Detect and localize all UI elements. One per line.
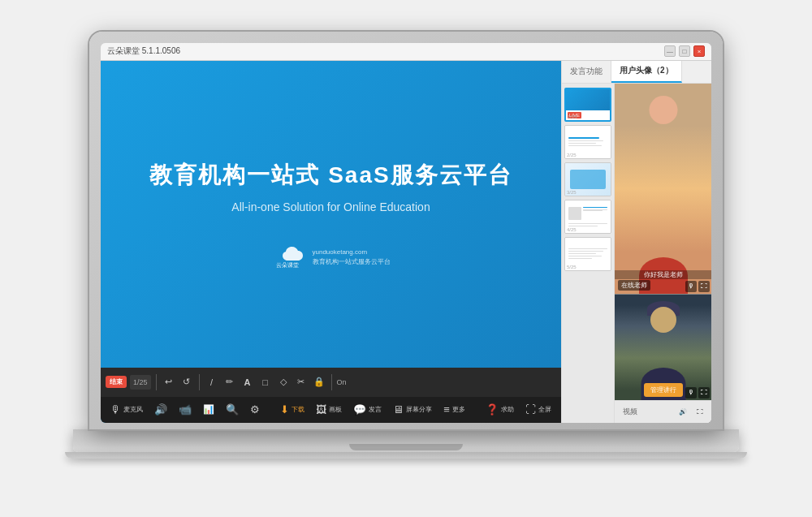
thumb-1-bg (566, 89, 610, 111)
vid-2-expand-btn[interactable]: ⛶ (698, 387, 710, 399)
laptop-notch (349, 444, 463, 450)
maximize-button[interactable]: □ (679, 45, 690, 57)
vid-1-mic-btn[interactable]: 🎙 (685, 281, 697, 292)
title-bar: 云朵课堂 5.1.1.0506 — □ × (101, 43, 711, 61)
redo-icon[interactable]: ↺ (179, 375, 194, 390)
slide-canvas: 教育机构一站式 SaaS服务云平台 All-in-one Solution fo… (101, 61, 561, 368)
vid-2-mic-btn[interactable]: 🎙 (685, 387, 697, 399)
chat-label: 发言 (369, 405, 382, 414)
thumb-line-gray-3 (568, 145, 602, 146)
slide-logo-area: 云朵课堂 yunduoketang.com 教育机构一站式服务云平台 (272, 246, 391, 269)
panel-body: LIVE 1/25 (562, 84, 711, 423)
zoom-control[interactable]: 🔍 (222, 402, 242, 417)
slide-main-title: 教育机构一站式 SaaS服务云平台 (149, 160, 512, 191)
thumb-3-img (570, 170, 607, 189)
bottom-controls-bar: 🎙 麦克风 🔊 📹 📊 (101, 397, 561, 423)
text-icon[interactable]: A (240, 375, 255, 390)
thumb-5-label: 5/25 (567, 265, 577, 269)
download-control[interactable]: ⬇ 下载 (277, 402, 308, 417)
right-panel: 发言功能 用户头像（2） LIVE 1/25 (561, 61, 711, 423)
video-panel: 在线老师 你好我是老师 🎙 ⛶ (615, 84, 711, 423)
person-1-video (615, 84, 711, 294)
video-2-controls: 🎙 ⛶ (685, 387, 710, 399)
thumb-5-line5 (568, 258, 592, 259)
minimize-button[interactable]: — (664, 45, 676, 57)
panel-btn-left[interactable]: 视频 (620, 405, 641, 419)
person-1-name: 在线老师 (618, 280, 650, 291)
whiteboard-control[interactable]: 🖼 画板 (313, 402, 345, 417)
panel-bottom-icons: 🔊 ⛶ (676, 407, 706, 417)
share-control[interactable]: 🖥 屏幕分享 (390, 402, 435, 417)
manage-button[interactable]: 管理讲行 (644, 383, 683, 397)
thumb-4-line3 (583, 210, 603, 211)
thumb-4-label: 4/25 (567, 227, 577, 232)
main-content: 教育机构一站式 SaaS服务云平台 All-in-one Solution fo… (101, 61, 711, 423)
lock-icon[interactable]: 🔒 (312, 375, 326, 390)
logo-tagline: 教育机构一站式服务云平台 (313, 257, 391, 266)
title-bar-controls: — □ × (664, 45, 705, 57)
thumb-5-line3 (568, 253, 596, 254)
help-control[interactable]: ❓ 求助 (482, 402, 517, 417)
settings-icon: ⚙ (250, 403, 260, 416)
mic-icon: 🎙 (110, 403, 121, 416)
svg-text:云朵课堂: 云朵课堂 (276, 262, 299, 268)
cloud-logo-icon: 云朵课堂 (272, 246, 304, 269)
thumb-1-label: 1/25 (568, 114, 577, 119)
slide-thumb-5[interactable]: 5/25 (564, 237, 611, 271)
laptop-container: 云朵课堂 5.1.1.0506 — □ × 教育机构一站式 SaaS服务云平台 (73, 32, 739, 486)
logo-site: yunduoketang.com (313, 248, 391, 256)
thumb-line (568, 137, 599, 139)
thumb-4-line5 (568, 226, 598, 226)
slide-thumb-3[interactable]: 3/25 (564, 162, 611, 196)
shape-icon[interactable]: ◇ (276, 375, 291, 390)
panel-voice-btn[interactable]: 🔊 (676, 407, 690, 417)
thumb-4-content (568, 207, 607, 220)
tab-users[interactable]: 用户头像（2） (611, 61, 682, 83)
fullscreen-icon: ⛶ (525, 403, 536, 416)
slide-thumb-2[interactable]: 2/25 (564, 125, 611, 159)
camera-control[interactable]: 📹 (175, 402, 195, 417)
end-button[interactable]: 结束 (106, 376, 127, 388)
more-control[interactable]: ≡ 更多 (440, 402, 469, 417)
laptop-base (73, 429, 739, 452)
help-icon: ❓ (486, 403, 499, 416)
brush-icon[interactable]: ✏ (222, 375, 237, 390)
speaker-control[interactable]: 🔊 (151, 402, 171, 417)
eraser-icon[interactable]: ✂ (294, 375, 309, 390)
help-label: 求助 (501, 405, 514, 414)
slide-thumb-4[interactable]: 4/25 (564, 200, 611, 234)
thumb-4-lines (583, 207, 607, 220)
mic-control[interactable]: 🎙 麦克风 (107, 402, 146, 417)
close-button[interactable]: × (693, 45, 705, 57)
fullscreen-control[interactable]: ⛶ 全屏 (522, 402, 555, 417)
undo-icon[interactable]: ↩ (162, 375, 176, 390)
slide-thumb-1[interactable]: LIVE 1/25 (564, 88, 611, 122)
thumb-2-label: 2/25 (567, 153, 577, 157)
laptop-bottom-edge (65, 452, 747, 459)
toolbar-divider-2 (199, 374, 200, 390)
rectangle-icon[interactable]: □ (258, 375, 273, 390)
thumb-4-img-placeholder (568, 207, 581, 220)
fullscreen-label: 全屏 (538, 405, 551, 414)
app-window: 云朵课堂 5.1.1.0506 — □ × 教育机构一站式 SaaS服务云平台 (101, 43, 711, 423)
panel-fullscreen-btn[interactable]: ⛶ (693, 407, 706, 417)
stats-icon: 📊 (203, 404, 214, 415)
tab-speech[interactable]: 发言功能 (562, 61, 611, 83)
panel-bottom-controls: 视频 🔊 ⛶ (615, 400, 711, 423)
presentation-area: 教育机构一站式 SaaS服务云平台 All-in-one Solution fo… (101, 61, 561, 423)
chat-icon: 💬 (353, 403, 366, 416)
whiteboard-icon: 🖼 (316, 403, 326, 416)
pen-icon[interactable]: / (205, 375, 219, 390)
toolbar-divider-1 (156, 374, 157, 390)
app-title: 云朵课堂 5.1.1.0506 (107, 45, 180, 57)
settings-control[interactable]: ⚙ (247, 402, 263, 417)
stats-control[interactable]: 📊 (200, 403, 218, 416)
camera-icon: 📹 (179, 403, 192, 416)
more-icon: ≡ (443, 403, 450, 416)
download-icon: ⬇ (280, 403, 289, 416)
screen-inner: 云朵课堂 5.1.1.0506 — □ × 教育机构一站式 SaaS服务云平台 (101, 43, 711, 423)
more-label: 更多 (452, 405, 465, 414)
vid-1-expand-btn[interactable]: ⛶ (698, 281, 710, 292)
chat-control[interactable]: 💬 发言 (350, 402, 385, 417)
mic-label: 麦克风 (123, 405, 143, 414)
